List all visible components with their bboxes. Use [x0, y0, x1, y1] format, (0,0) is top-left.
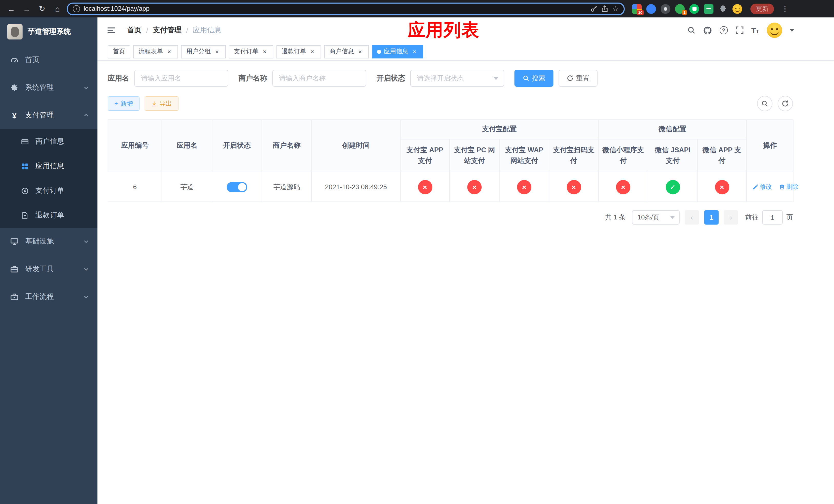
sidebar-item-refund-orders[interactable]: 退款订单: [0, 203, 97, 228]
sidebar-toggle-icon[interactable]: [107, 26, 116, 35]
trash-icon: [779, 184, 785, 190]
top-navbar: 首页 / 支付管理 / 应用信息 应用列表 ?: [97, 18, 834, 43]
app-name-label: 应用名: [108, 74, 129, 83]
prev-page-button[interactable]: ‹: [685, 210, 699, 225]
bookmark-star-icon[interactable]: ☆: [612, 5, 619, 13]
page-unit-label: 页: [786, 213, 793, 222]
close-icon[interactable]: ×: [166, 48, 173, 55]
goto-label: 前往: [745, 213, 759, 222]
sidebar-item-infrastructure[interactable]: 基础设施: [0, 228, 97, 255]
avatar[interactable]: [767, 23, 782, 38]
tab-refund-orders[interactable]: 退款订单×: [277, 45, 321, 58]
extension-dark-icon[interactable]: [661, 4, 671, 14]
refresh-table-button[interactable]: [777, 96, 793, 111]
page-number-button[interactable]: 1: [704, 210, 719, 225]
back-icon: ←: [7, 4, 15, 13]
app-name-input[interactable]: [134, 70, 228, 87]
sidebar-item-workflow[interactable]: 工作流程: [0, 283, 97, 311]
column-header: 微信 JSAPI 支付: [648, 139, 697, 172]
reset-button[interactable]: 重置: [558, 70, 597, 87]
column-header: 支付宝扫码支付: [549, 139, 598, 172]
cell-wx-mini: ×: [598, 172, 648, 202]
sidebar-item-payment-orders[interactable]: 支付订单: [0, 178, 97, 203]
browser-menu-icon[interactable]: ⋮: [781, 4, 789, 13]
close-icon[interactable]: ×: [309, 48, 316, 55]
edit-link[interactable]: 修改: [752, 183, 772, 191]
browser-reload-button[interactable]: ↻: [36, 3, 48, 15]
browser-update-button[interactable]: 更新: [750, 3, 774, 14]
avatar-caret-icon[interactable]: [790, 29, 794, 31]
extension-drop-icon[interactable]: [646, 4, 656, 14]
sidebar-item-label: 工作流程: [25, 292, 54, 301]
sidebar-item-label: 基础设施: [25, 237, 54, 246]
browser-back-button[interactable]: ←: [5, 3, 18, 15]
extension-book-icon[interactable]: [704, 4, 714, 14]
column-header: 微信 APP 支付: [697, 139, 747, 172]
address-bar[interactable]: i localhost:1024/pay/app ☆: [67, 2, 625, 15]
pencil-icon: [752, 184, 758, 190]
sidebar-item-merchant-info[interactable]: 商户信息: [0, 129, 97, 154]
extension-face-icon[interactable]: [732, 4, 742, 14]
extension-apps-icon[interactable]: 10: [632, 4, 642, 14]
merchant-name-input[interactable]: [272, 70, 366, 87]
chevron-down-icon: [670, 216, 675, 219]
column-header: 应用名: [162, 120, 212, 172]
search-button[interactable]: 搜索: [514, 70, 553, 87]
column-header: 创建时间: [312, 120, 400, 172]
tab-user-group[interactable]: 用户分组×: [181, 45, 226, 58]
sidebar-item-dev-tools[interactable]: 研发工具: [0, 255, 97, 283]
sidebar-item-home[interactable]: 首页: [0, 46, 97, 74]
breadcrumb-app-info: 应用信息: [193, 26, 222, 35]
breadcrumb-payment[interactable]: 支付管理: [153, 26, 181, 35]
table-toolbar: + 新增 导出: [108, 96, 793, 111]
close-icon[interactable]: ×: [213, 48, 221, 55]
help-icon[interactable]: ?: [719, 26, 728, 35]
close-icon[interactable]: ×: [356, 48, 364, 55]
status-select[interactable]: 请选择开启状态: [410, 70, 504, 87]
tab-home[interactable]: 首页: [108, 45, 130, 58]
close-icon[interactable]: ×: [411, 48, 418, 55]
column-header: 支付宝 WAP 网站支付: [499, 139, 549, 172]
browser-forward-button[interactable]: →: [21, 3, 33, 15]
delete-link[interactable]: 删除: [779, 183, 798, 191]
close-icon[interactable]: ×: [261, 48, 268, 55]
add-button[interactable]: + 新增: [108, 96, 139, 111]
extension-green-icon[interactable]: 1: [675, 4, 685, 14]
password-key-icon[interactable]: [591, 5, 598, 12]
bank-card-icon: [21, 138, 29, 145]
toggle-search-button[interactable]: [757, 96, 772, 111]
disabled-icon: ×: [418, 180, 432, 194]
next-page-button[interactable]: ›: [724, 210, 738, 225]
share-icon[interactable]: [601, 5, 609, 12]
tab-app-info[interactable]: 应用信息×: [372, 45, 423, 58]
sidebar-item-payment[interactable]: ¥ 支付管理: [0, 101, 97, 129]
site-info-icon[interactable]: i: [73, 5, 80, 12]
chevron-down-icon: [493, 77, 499, 80]
browser-home-button[interactable]: ⌂: [51, 3, 64, 15]
url-text[interactable]: localhost:1024/pay/app: [84, 5, 587, 12]
sidebar-item-system[interactable]: 系统管理: [0, 74, 97, 101]
status-toggle[interactable]: [227, 182, 247, 192]
breadcrumb-home[interactable]: 首页: [127, 26, 141, 35]
sidebar-item-label: 研发工具: [25, 265, 54, 274]
chevron-down-icon: [83, 294, 89, 300]
tags-view-bar: 首页 流程表单× 用户分组× 支付订单× 退款订单× 商户信息× 应用信息×: [97, 43, 834, 61]
goto-page-input[interactable]: [762, 210, 783, 225]
extension-badge: 1: [682, 10, 687, 15]
page-size-select[interactable]: 10条/页: [632, 210, 680, 225]
tab-payment-orders[interactable]: 支付订单×: [229, 45, 273, 58]
cell-alipay-app: ×: [400, 172, 449, 202]
sidebar-item-app-info[interactable]: 应用信息: [0, 154, 97, 178]
export-button[interactable]: 导出: [145, 96, 178, 111]
tab-merchant-info[interactable]: 商户信息×: [324, 45, 369, 58]
github-icon[interactable]: [703, 26, 712, 35]
column-header: 微信小程序支付: [598, 139, 648, 172]
app-logo: [7, 24, 23, 40]
search-icon[interactable]: [687, 26, 695, 35]
font-size-icon[interactable]: TT: [751, 26, 759, 34]
tab-process-form[interactable]: 流程表单×: [133, 45, 178, 58]
fullscreen-icon[interactable]: [735, 26, 744, 35]
extension-wechat-devtools-icon[interactable]: [689, 4, 699, 14]
search-icon: [761, 100, 768, 107]
extensions-puzzle-icon[interactable]: [718, 4, 728, 14]
